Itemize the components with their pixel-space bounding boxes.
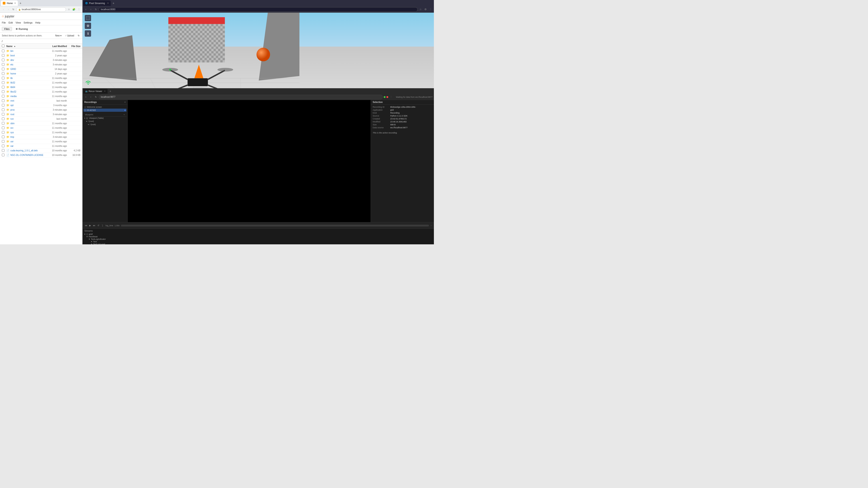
file-link-2[interactable]: dev — [10, 59, 14, 61]
file-checkbox-11[interactable] — [2, 99, 4, 102]
timeline-loop[interactable]: ↺ — [96, 224, 100, 227]
jupyter-new-tab[interactable]: + — [18, 1, 23, 5]
file-checkbox-6[interactable] — [2, 77, 4, 79]
file-checkbox-9[interactable] — [2, 90, 4, 93]
stream-item-textloglevel[interactable]: ▾ TextLogLevel — [84, 243, 432, 245]
file-link-6[interactable]: lib — [10, 77, 13, 79]
add-recording-button[interactable]: + — [124, 101, 126, 104]
pixel-back-button[interactable]: ‹ — [84, 7, 88, 11]
file-checkbox-12[interactable] — [2, 104, 4, 107]
file-checkbox-18[interactable] — [2, 131, 4, 134]
file-checkbox-2[interactable] — [2, 59, 4, 61]
rerun-tab[interactable]: 📺 Rerun Viewer ✕ — [83, 89, 107, 94]
select-all-checkbox[interactable] — [2, 45, 4, 47]
file-link-20[interactable]: usr — [10, 140, 13, 143]
stream-item-textlog[interactable]: ▾ TextLogIndicator — [84, 238, 432, 240]
file-link-3[interactable]: etc — [10, 63, 13, 66]
menu-view[interactable]: View — [16, 21, 21, 24]
header-size[interactable]: File Size — [67, 45, 81, 48]
menu-icon[interactable]: ⋮ — [77, 7, 81, 11]
timeline-skip-fwd[interactable]: ⏭ — [92, 224, 96, 227]
file-link-15[interactable]: run — [10, 118, 13, 120]
menu-help[interactable]: Help — [35, 21, 40, 24]
file-link-5[interactable]: home — [10, 73, 16, 75]
tab-files[interactable]: Files — [2, 27, 12, 31]
file-link-17[interactable]: srv — [10, 127, 13, 129]
stream-item-grid[interactable]: ▾ ◻ grid/ — [84, 233, 432, 235]
file-checkbox-20[interactable] — [2, 140, 4, 143]
file-checkbox-5[interactable] — [2, 72, 4, 75]
bookmark-icon[interactable]: ☆ — [67, 7, 71, 11]
file-link-14[interactable]: root — [10, 113, 14, 116]
pixel-tab-close[interactable]: ✕ — [107, 2, 109, 4]
jupyter-tab-close[interactable]: ✕ — [14, 2, 16, 4]
rerun-address-bar[interactable]: localhost:9877 — [99, 95, 383, 99]
file-checkbox-19[interactable] — [2, 136, 4, 138]
file-link-1[interactable]: boot — [10, 54, 15, 57]
file-link-9[interactable]: libx32 — [10, 90, 16, 93]
new-button[interactable]: New ▾ — [54, 34, 62, 37]
file-link-13[interactable]: proc — [10, 109, 15, 111]
breadcrumb-root[interactable]: / — [2, 40, 2, 42]
blueprint-add[interactable]: + — [124, 114, 125, 116]
menu-file[interactable]: File — [2, 21, 6, 24]
grid-root-item-2[interactable]: ▾ / (root) — [83, 123, 127, 126]
rerun-main-canvas[interactable] — [128, 100, 371, 222]
file-checkbox-10[interactable] — [2, 95, 4, 97]
file-checkbox-22[interactable] — [2, 149, 4, 152]
timeline-follow[interactable]: ⤵ — [100, 224, 104, 227]
stream-item-heartbeat[interactable]: ▾ Heartbeat — [84, 235, 432, 238]
file-checkbox-4[interactable] — [2, 68, 4, 70]
file-checkbox-1[interactable] — [2, 54, 4, 57]
fullscreen-button[interactable]: ⛶ — [85, 15, 91, 21]
menu-edit[interactable]: Edit — [8, 21, 13, 24]
recording-action[interactable]: ■ — [125, 109, 126, 111]
rerun-back-button[interactable]: ‹ — [84, 95, 88, 99]
back-button[interactable]: ‹ — [1, 7, 5, 11]
reload-button[interactable]: ↻ — [11, 7, 16, 11]
file-link-11[interactable]: mnt — [10, 99, 14, 102]
file-link-19[interactable]: tmp — [10, 136, 14, 138]
file-checkbox-16[interactable] — [2, 122, 4, 125]
pixel-menu-icon[interactable]: ⋮ — [429, 7, 433, 11]
address-bar[interactable]: 🔒 localhost:8890/tree — [16, 7, 66, 12]
upload-button[interactable]: ↑ Upload — [64, 34, 75, 37]
timeline-track[interactable] — [121, 225, 429, 227]
extension-icon[interactable]: 🧩 — [72, 7, 76, 11]
file-checkbox-14[interactable] — [2, 113, 4, 116]
file-checkbox-13[interactable] — [2, 108, 4, 111]
file-link-21[interactable]: var — [10, 145, 13, 147]
pixel-bookmark-icon[interactable]: ☆ — [418, 7, 423, 11]
refresh-button[interactable]: ↻ — [77, 34, 81, 37]
file-checkbox-21[interactable] — [2, 145, 4, 147]
timeline-play[interactable]: ▶ — [88, 224, 92, 227]
header-name[interactable]: Name ▲ — [6, 45, 44, 48]
pixel-forward-button[interactable]: › — [89, 7, 93, 11]
pixel-settings-icon[interactable]: ⚙ — [424, 7, 428, 11]
file-link-4[interactable]: GRID — [10, 68, 16, 70]
blueprint-viewport[interactable]: ▾ ◱ Viewport (Table) — [83, 116, 127, 120]
file-link-8[interactable]: lib64 — [10, 86, 15, 88]
file-link-18[interactable]: sys — [10, 131, 14, 134]
pixel-address-bar[interactable]: localhost:8080 — [99, 7, 417, 12]
tab-running[interactable]: Running — [13, 27, 30, 31]
file-checkbox-17[interactable] — [2, 126, 4, 129]
file-link-12[interactable]: opt — [10, 104, 13, 107]
pixel-new-tab[interactable]: + — [111, 1, 116, 5]
rerun-forward-button[interactable]: › — [89, 95, 93, 99]
file-checkbox-7[interactable] — [2, 81, 4, 84]
header-modified[interactable]: Last Modified — [44, 45, 67, 48]
file-link-7[interactable]: lib32 — [10, 82, 15, 84]
file-checkbox-23[interactable] — [2, 153, 4, 156]
file-link-22[interactable]: cuda-keyring_1.0-1_all.deb — [10, 149, 38, 152]
file-checkbox-3[interactable] — [2, 63, 4, 66]
rerun-recording-item[interactable]: ◻ 23:42:522 ■ — [83, 109, 127, 112]
pixel-tab[interactable]: 🌐 Pixel Streaming ✕ — [83, 0, 111, 6]
jupyter-tab-home[interactable]: Home ✕ — [1, 0, 18, 6]
grid-root-item-1[interactable]: ▾ / (root) — [83, 120, 127, 123]
file-link-16[interactable]: sbin — [10, 122, 14, 125]
file-link-0[interactable]: bin — [10, 50, 13, 52]
file-checkbox-0[interactable] — [2, 50, 4, 52]
info-button[interactable]: ℹ — [85, 30, 91, 37]
file-link-23[interactable]: NGC-DL-CONTAINER-LICENSE — [10, 154, 43, 156]
